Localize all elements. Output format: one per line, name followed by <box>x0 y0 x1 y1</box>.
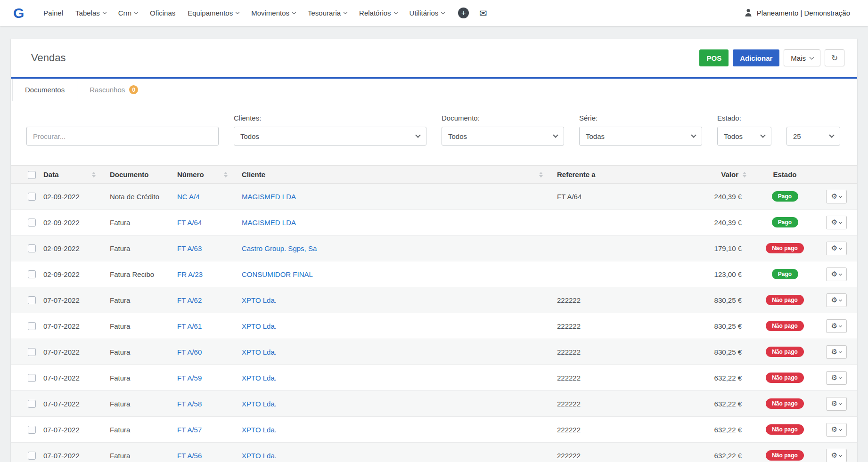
filter-select[interactable]: Todos <box>442 127 564 146</box>
filter-select-value: Todos <box>240 132 259 140</box>
gear-icon <box>831 322 837 330</box>
nav-item[interactable]: Tesouraria <box>303 5 352 21</box>
row-date: 02-09-2022 <box>43 210 110 235</box>
row-number-link[interactable]: FT A/64 <box>177 219 202 227</box>
row-checkbox-cell <box>11 235 43 261</box>
nav-item[interactable]: Equipamentos <box>182 5 244 21</box>
tab[interactable]: Rascunhos 0 <box>77 79 150 101</box>
row-client-link[interactable]: XPTO Lda. <box>242 374 277 382</box>
sort-icon[interactable] <box>224 172 228 178</box>
row-client-link[interactable]: XPTO Lda. <box>242 400 277 408</box>
quick-add-icon[interactable]: + <box>458 8 469 18</box>
chevron-down-icon <box>839 375 842 379</box>
column-header-data[interactable]: Data <box>43 166 110 184</box>
nav-item[interactable]: Crm <box>113 5 143 21</box>
row-checkbox[interactable] <box>28 244 36 252</box>
row-actions-button[interactable] <box>826 371 847 385</box>
column-header-numero[interactable]: Número <box>177 166 242 184</box>
row-number-link[interactable]: NC A/4 <box>177 193 200 201</box>
select-all-checkbox[interactable] <box>28 171 36 179</box>
row-actions-cell <box>821 339 857 365</box>
row-client-link[interactable]: XPTO Lda. <box>242 296 277 304</box>
nav-item[interactable]: Movimentos <box>246 5 301 21</box>
nav-item[interactable]: Utilitários <box>404 5 450 21</box>
nav-item[interactable]: Painel <box>38 5 68 21</box>
row-actions-button[interactable] <box>826 319 847 333</box>
sort-icon[interactable] <box>92 172 96 178</box>
chevron-down-icon <box>829 132 834 138</box>
row-number-link[interactable]: FT A/58 <box>177 400 202 408</box>
filter-select[interactable]: Todos <box>234 127 426 146</box>
nav-item[interactable]: Oficinas <box>145 5 180 21</box>
more-button[interactable]: Mais <box>784 49 820 66</box>
row-number-link[interactable]: FR A/23 <box>177 270 203 278</box>
row-actions-button[interactable] <box>826 449 847 462</box>
filter-select[interactable]: 25 <box>786 127 840 146</box>
row-number-link[interactable]: FT A/61 <box>177 322 202 330</box>
row-actions-button[interactable] <box>826 293 847 307</box>
row-number-link[interactable]: FT A/60 <box>177 348 202 356</box>
row-actions-button[interactable] <box>826 423 847 437</box>
plus-icon: + <box>461 9 466 17</box>
user-menu[interactable]: Planeamento | Demonstração <box>745 9 850 17</box>
row-checkbox[interactable] <box>28 426 36 434</box>
row-actions-button[interactable] <box>826 345 847 359</box>
tab[interactable]: Documentos <box>12 79 77 101</box>
row-actions-button[interactable] <box>826 190 847 203</box>
row-actions-button[interactable] <box>826 216 847 229</box>
row-actions-button[interactable] <box>826 397 847 411</box>
row-checkbox[interactable] <box>28 452 36 460</box>
sort-icon[interactable] <box>743 172 746 178</box>
row-number-link[interactable]: FT A/62 <box>177 296 202 304</box>
row-number-link[interactable]: FT A/59 <box>177 374 202 382</box>
filter-select-value: Todos <box>448 132 467 140</box>
chevron-down-icon <box>236 10 239 14</box>
row-client-link[interactable]: XPTO Lda. <box>242 452 277 460</box>
row-client-link[interactable]: XPTO Lda. <box>242 348 277 356</box>
row-status-cell: Pago <box>748 210 821 235</box>
row-checkbox[interactable] <box>28 219 36 227</box>
row-doc-type: Fatura Recibo <box>110 261 177 287</box>
pos-button[interactable]: POS <box>699 49 729 66</box>
row-client-link[interactable]: Castro Group. Sgps, Sa <box>242 244 317 252</box>
filter-select[interactable]: Todos <box>717 127 771 146</box>
row-checkbox[interactable] <box>28 400 36 408</box>
row-date: 07-07-2022 <box>43 339 110 365</box>
column-header-valor[interactable]: Valor <box>699 166 748 184</box>
row-checkbox[interactable] <box>28 296 36 304</box>
column-header-cliente[interactable]: Cliente <box>242 166 557 184</box>
row-number-link[interactable]: FT A/57 <box>177 426 202 434</box>
gear-icon <box>831 400 837 407</box>
row-client-link[interactable]: XPTO Lda. <box>242 322 277 330</box>
row-checkbox[interactable] <box>28 322 36 330</box>
row-client-link[interactable]: MAGISMED LDA <box>242 219 296 227</box>
status-badge: Não pago <box>766 398 804 409</box>
row-checkbox[interactable] <box>28 270 36 278</box>
row-client-link[interactable]: MAGISMED LDA <box>242 193 296 201</box>
search-input[interactable] <box>26 127 219 146</box>
nav-item[interactable]: Relatórios <box>354 5 402 21</box>
row-doc-type: Fatura <box>110 391 177 417</box>
row-number-link[interactable]: FT A/63 <box>177 244 202 252</box>
row-checkbox[interactable] <box>28 348 36 356</box>
row-date: 07-07-2022 <box>43 391 110 417</box>
row-client-link[interactable]: CONSUMIDOR FINAL <box>242 270 313 278</box>
row-actions-button[interactable] <box>826 242 847 255</box>
row-actions-button[interactable] <box>826 267 847 281</box>
sort-icon[interactable] <box>539 172 543 178</box>
row-checkbox[interactable] <box>28 374 36 382</box>
filter-group: Clientes: Todos <box>234 114 426 146</box>
filter-select[interactable]: Todas <box>579 127 702 146</box>
mail-icon[interactable]: ✉ <box>479 8 487 18</box>
add-button[interactable]: Adicionar <box>733 49 779 66</box>
row-checkbox[interactable] <box>28 193 36 201</box>
row-checkbox-cell <box>11 339 43 365</box>
row-number-link[interactable]: FT A/56 <box>177 452 202 460</box>
chevron-down-icon <box>441 10 445 14</box>
column-header-documento: Documento <box>110 166 177 184</box>
nav-item[interactable]: Tabelas <box>70 5 111 21</box>
chevron-down-icon <box>839 298 842 301</box>
app-logo[interactable]: G <box>13 6 24 20</box>
row-client-link[interactable]: XPTO Lda. <box>242 426 277 434</box>
refresh-button[interactable]: ↻ <box>825 49 844 66</box>
